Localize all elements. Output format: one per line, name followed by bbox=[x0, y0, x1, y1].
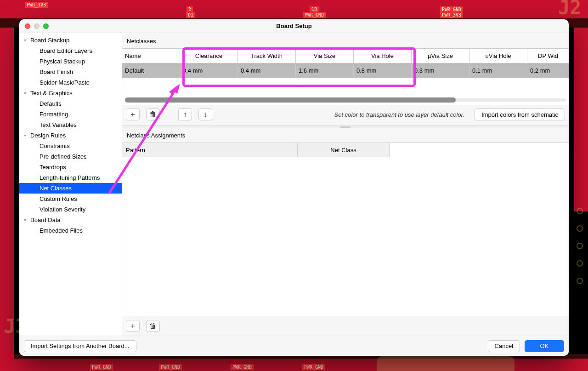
delete-assignment-button[interactable]: 🗑 bbox=[146, 320, 160, 332]
chevron-down-icon: ▾ bbox=[24, 130, 28, 141]
section-text-graphics[interactable]: ▾Text & Graphics bbox=[19, 88, 122, 98]
cell-via-hole[interactable]: 0.8 mm bbox=[354, 63, 411, 78]
tree-item-predefined-sizes[interactable]: Pre-defined Sizes bbox=[19, 151, 122, 162]
netclasses-hscrollbar[interactable] bbox=[125, 96, 566, 105]
trash-icon: 🗑 bbox=[149, 110, 157, 119]
assignments-table[interactable]: Pattern Net Class bbox=[122, 143, 569, 157]
import-colors-button[interactable]: Import colors from schematic bbox=[475, 108, 565, 120]
cell-track-width[interactable]: 0.4 mm bbox=[238, 63, 295, 78]
tree-item-solder-mask-paste[interactable]: Solder Mask/Paste bbox=[19, 77, 122, 88]
settings-tree[interactable]: ▾Board Stackup Board Editor Layers Physi… bbox=[19, 33, 122, 336]
tree-item-board-editor-layers[interactable]: Board Editor Layers bbox=[19, 46, 122, 56]
cell-name[interactable]: Default bbox=[122, 63, 180, 78]
cell-clearance[interactable]: 0.4 mm bbox=[180, 63, 237, 78]
add-netclass-button[interactable]: ＋ bbox=[126, 108, 140, 120]
cell-uvia-size[interactable]: 0.3 mm bbox=[412, 63, 469, 78]
tree-item-teardrops[interactable]: Teardrops bbox=[19, 162, 122, 172]
tree-item-violation-severity[interactable]: Violation Severity bbox=[19, 204, 122, 215]
plus-icon: ＋ bbox=[129, 110, 136, 120]
cell-uvia-hole[interactable]: 0.1 mm bbox=[469, 63, 527, 78]
move-down-button[interactable]: ↓ bbox=[198, 108, 212, 120]
col-track-width[interactable]: Track Width bbox=[238, 49, 295, 63]
col-uvia-hole[interactable]: uVia Hole bbox=[469, 49, 527, 63]
cancel-button[interactable]: Cancel bbox=[488, 340, 520, 352]
section-board-data[interactable]: ▾Board Data bbox=[19, 215, 122, 225]
netclasses-toolbar: ＋ 🗑 ↑ ↓ Set color to transparent to use … bbox=[122, 105, 569, 126]
tree-item-constraints[interactable]: Constraints bbox=[19, 141, 122, 151]
chevron-down-icon: ▾ bbox=[24, 88, 28, 98]
dialog-footer: Import Settings from Another Board... Ca… bbox=[19, 336, 569, 356]
col-net-class[interactable]: Net Class bbox=[298, 143, 389, 157]
import-settings-button[interactable]: Import Settings from Another Board... bbox=[24, 340, 136, 352]
tree-item-embedded-files[interactable]: Embedded Files bbox=[19, 225, 122, 236]
cell-via-size[interactable]: 1.6 mm bbox=[296, 63, 353, 78]
arrow-down-icon: ↓ bbox=[204, 110, 207, 119]
tree-item-physical-stackup[interactable]: Physical Stackup bbox=[19, 56, 122, 67]
section-label: Board Stackup bbox=[30, 35, 69, 46]
ok-button[interactable]: OK bbox=[525, 340, 564, 352]
plus-icon: ＋ bbox=[129, 321, 136, 331]
netclasses-table[interactable]: Name Default Clearance 0.4 mm Track Widt… bbox=[122, 49, 569, 105]
cell-dp-width[interactable]: 0.2 mm bbox=[527, 63, 569, 78]
section-design-rules[interactable]: ▾Design Rules bbox=[19, 130, 122, 141]
tree-item-defaults[interactable]: Defaults bbox=[19, 98, 122, 109]
tree-item-board-finish[interactable]: Board Finish bbox=[19, 67, 122, 77]
assignments-title: Netclass Assignments bbox=[122, 128, 569, 143]
section-label: Text & Graphics bbox=[30, 88, 73, 98]
col-via-hole[interactable]: Via Hole bbox=[354, 49, 411, 63]
col-name[interactable]: Name bbox=[122, 49, 180, 63]
helper-text: Set color to transparent to use layer de… bbox=[334, 111, 469, 118]
col-dp-width[interactable]: DP Wid bbox=[527, 49, 569, 63]
arrow-up-icon: ↑ bbox=[183, 110, 187, 119]
tree-item-length-tuning-patterns[interactable]: Length-tuning Patterns bbox=[19, 172, 122, 183]
section-board-stackup[interactable]: ▾Board Stackup bbox=[19, 35, 122, 46]
tree-item-custom-rules[interactable]: Custom Rules bbox=[19, 194, 122, 204]
col-via-size[interactable]: Via Size bbox=[296, 49, 353, 63]
board-setup-dialog: Board Setup ▾Board Stackup Board Editor … bbox=[19, 19, 569, 356]
assignments-body[interactable] bbox=[122, 157, 569, 316]
tree-item-net-classes[interactable]: Net Classes bbox=[19, 183, 122, 194]
netclasses-title: Netclasses bbox=[122, 33, 569, 48]
chevron-down-icon: ▾ bbox=[24, 35, 28, 46]
col-uvia-size[interactable]: µVia Size bbox=[412, 49, 469, 63]
chevron-down-icon: ▾ bbox=[24, 215, 28, 225]
col-clearance[interactable]: Clearance bbox=[180, 49, 237, 63]
delete-netclass-button[interactable]: 🗑 bbox=[146, 108, 160, 120]
titlebar: Board Setup bbox=[19, 19, 569, 33]
section-label: Board Data bbox=[30, 215, 61, 225]
window-title: Board Setup bbox=[19, 23, 569, 29]
section-label: Design Rules bbox=[30, 130, 66, 141]
content-pane: Netclasses Name Default Clearance 0.4 mm bbox=[122, 33, 569, 336]
move-up-button[interactable]: ↑ bbox=[178, 108, 192, 120]
trash-icon: 🗑 bbox=[149, 322, 157, 330]
tree-item-formatting[interactable]: Formatting bbox=[19, 109, 122, 120]
tree-item-text-variables[interactable]: Text Variables bbox=[19, 120, 122, 130]
col-pattern[interactable]: Pattern bbox=[122, 143, 297, 157]
assignments-toolbar: ＋ 🗑 bbox=[122, 316, 569, 336]
add-assignment-button[interactable]: ＋ bbox=[126, 320, 140, 332]
